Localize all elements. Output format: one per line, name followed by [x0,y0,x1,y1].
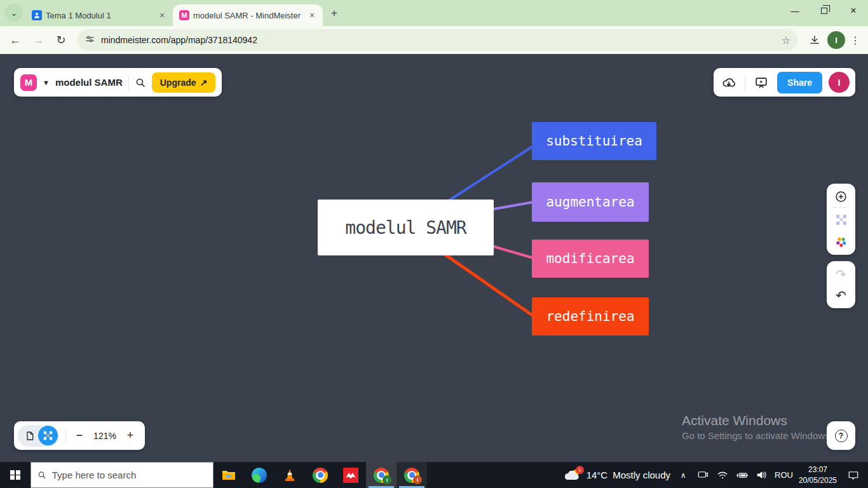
file-explorer-icon[interactable] [214,462,244,488]
chrome-profile-1-icon[interactable]: I [366,462,397,488]
meet-now-icon[interactable] [696,470,710,480]
search-icon[interactable] [135,77,146,88]
node-label: substituirea [546,133,642,149]
chrome-icon[interactable] [305,462,336,488]
action-center-icon[interactable] [843,470,864,480]
profile-badge: I [383,475,391,484]
ai-flower-icon[interactable] [827,231,855,255]
mindmeister-topbar-left: M ▼ modelul SAMR Upgrade↗ [14,68,222,97]
zoom-in-button[interactable]: + [123,429,137,442]
mindmap-canvas[interactable]: M ▼ modelul SAMR Upgrade↗ [0,54,868,462]
view-toggle [18,425,59,447]
divider [128,75,129,90]
browser-toolbar: ← → ↻ mindmeister.com/app/map/3718140942… [0,26,868,54]
presentation-icon[interactable] [752,76,771,90]
user-avatar[interactable]: I [829,72,850,93]
tray-overflow-icon[interactable]: ∧ [676,471,690,480]
node-substituirea[interactable]: substituirea [532,122,656,160]
system-tray: 1 14°C Mostly cloudy ∧ [565,462,868,488]
back-icon[interactable]: ← [5,30,25,50]
window-minimize-button[interactable]: — [780,0,810,22]
vlc-icon[interactable] [275,462,305,488]
battery-icon[interactable] [735,471,749,480]
chrome-profile-2-icon[interactable]: I [397,462,427,488]
divider [65,428,66,444]
outline-view-icon[interactable] [22,431,38,441]
add-node-icon[interactable] [827,184,855,207]
upgrade-button[interactable]: Upgrade↗ [152,72,216,93]
node-redefinirea[interactable]: redefinirea [532,297,649,336]
volume-icon[interactable] [755,470,769,480]
taskbar-search[interactable] [31,462,214,488]
start-button[interactable] [0,462,31,488]
tab-close-icon[interactable]: × [306,10,318,21]
mindmap-view-icon[interactable] [38,426,58,445]
reload-icon[interactable]: ↻ [51,30,71,50]
undo-icon[interactable]: ↶ [827,285,855,308]
node-root[interactable]: modelul SAMR [318,200,494,255]
layout-icon[interactable] [827,208,855,231]
keyboard-language[interactable]: ROU [775,470,793,480]
windows-taskbar: I I 1 14°C Mostly cloudy ∧ [0,462,868,488]
browser-profile-avatar[interactable]: I [827,31,845,49]
wifi-icon[interactable] [715,470,729,480]
zoom-level[interactable]: 121% [93,431,117,441]
clock[interactable]: 23:07 20/05/2025 [799,464,837,485]
node-label: modelul SAMR [345,217,466,238]
redo-icon[interactable]: ↷ [827,261,855,285]
clock-date: 20/05/2025 [799,475,837,485]
share-button[interactable]: Share [777,72,822,93]
divider [745,75,745,90]
cloud-download-icon[interactable] [719,76,738,90]
undo-redo-panel: ↷ ↶ [827,261,855,308]
red-app-icon[interactable] [336,462,366,488]
weather-temp: 14°C [587,470,608,480]
browser-tabstrip: ⌄ Tema 1 Modulul 1 × M modelul SAMR - Mi… [0,0,868,26]
link-augmentarea [494,202,533,209]
window-restore-button[interactable] [810,0,839,22]
map-title: modelul SAMR [55,77,123,88]
bookmark-star-icon[interactable]: ☆ [782,34,790,46]
clock-time: 23:07 [799,464,837,475]
taskbar-search-input[interactable] [52,470,207,480]
right-tools-panel [827,184,855,255]
tab-title: Tema 1 Modulul 1 [46,11,153,20]
site-settings-icon[interactable] [85,34,95,46]
browser-menu-icon[interactable]: ⋮ [848,34,863,46]
profile-favicon-icon [32,10,42,20]
tab-close-icon[interactable]: × [156,10,168,21]
node-label: modificarea [546,251,634,266]
arrow-up-right-icon: ↗ [200,78,208,88]
tab-title: modelul SAMR - MindMeister M [193,11,302,20]
weather-desc: Mostly cloudy [613,470,670,480]
window-close-button[interactable]: × [839,0,868,22]
zoom-bar: − 121% + [14,421,145,450]
link-substituirea [447,146,533,201]
search-icon [37,470,46,480]
new-tab-button[interactable]: + [325,4,343,22]
notification-badge: 1 [576,466,584,474]
link-modificarea [494,247,533,258]
node-modificarea[interactable]: modificarea [532,240,649,278]
tab-tema-1-modulul-1[interactable]: Tema 1 Modulul 1 × [25,4,173,26]
chevron-down-icon[interactable]: ▼ [43,79,50,86]
node-augmentarea[interactable]: augmentarea [532,182,649,222]
edge-icon[interactable] [244,462,275,488]
tab-search-button[interactable]: ⌄ [5,4,23,22]
node-label: augmentarea [546,194,634,210]
windows-logo-icon [10,470,20,480]
window-controls: — × [780,0,868,22]
address-bar[interactable]: mindmeister.com/app/map/3718140942 ☆ [78,29,798,51]
question-mark-icon: ? [835,430,848,442]
zoom-out-button[interactable]: − [72,429,86,442]
download-icon[interactable] [804,30,825,50]
help-button[interactable]: ? [827,421,855,450]
node-label: redefinirea [546,309,634,324]
mindmeister-favicon-icon: M [179,10,189,20]
forward-icon[interactable]: → [28,30,48,50]
tab-modelul-samr[interactable]: M modelul SAMR - MindMeister M × [173,4,323,26]
profile-badge: I [413,475,422,484]
url-text: mindmeister.com/app/map/3718140942 [101,35,775,45]
mindmeister-logo[interactable]: M [20,74,37,91]
weather-widget[interactable]: 1 14°C Mostly cloudy [565,468,670,483]
